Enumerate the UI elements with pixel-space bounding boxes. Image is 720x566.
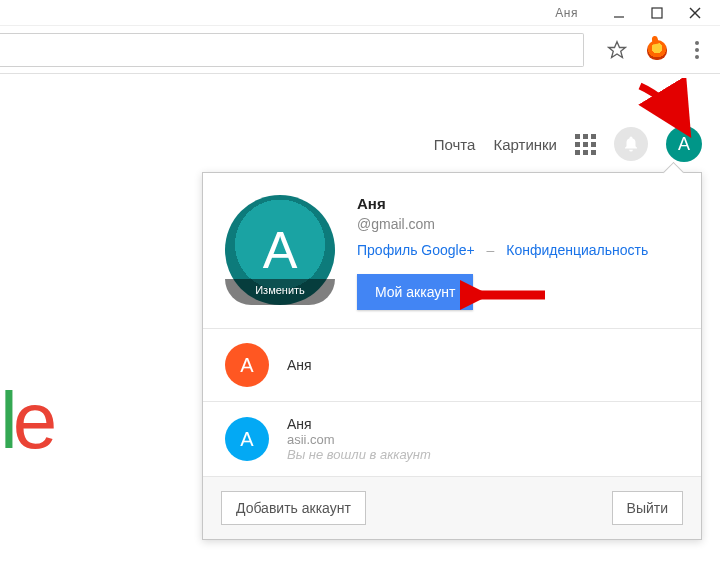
- bookmark-star-icon[interactable]: [604, 37, 630, 63]
- avatar-letter: А: [678, 134, 690, 155]
- browser-menu-icon[interactable]: [684, 37, 710, 63]
- account-links: Профиль Google+ – Конфиденциальность: [357, 242, 679, 258]
- account-avatar[interactable]: А: [666, 126, 702, 162]
- profile-avatar-large[interactable]: А Изменить: [225, 195, 335, 305]
- account-info: Аня @gmail.com Профиль Google+ – Конфиде…: [357, 195, 679, 310]
- mail-link[interactable]: Почта: [434, 136, 476, 153]
- address-bar[interactable]: [0, 33, 584, 67]
- change-avatar-label[interactable]: Изменить: [225, 279, 335, 305]
- my-account-button[interactable]: Мой аккаунт: [357, 274, 473, 310]
- account-email: @gmail.com: [357, 216, 679, 232]
- account-name: Аня: [357, 195, 679, 212]
- account-list: ААняААняasii.comВы не вошли в аккаунт: [203, 328, 701, 476]
- account-row-avatar: А: [225, 343, 269, 387]
- title-area: Аня: [4, 6, 598, 20]
- account-row-name: Аня: [287, 357, 312, 373]
- apps-icon[interactable]: [575, 134, 596, 155]
- notifications-icon[interactable]: [614, 127, 648, 161]
- account-popup: А Изменить Аня @gmail.com Профиль Google…: [202, 172, 702, 540]
- svg-marker-4: [609, 41, 626, 57]
- popup-main-section: А Изменить Аня @gmail.com Профиль Google…: [203, 173, 701, 328]
- account-row-email: asii.com: [287, 432, 431, 447]
- account-row-name: Аня: [287, 416, 431, 432]
- window-title: Аня: [555, 6, 578, 20]
- close-icon[interactable]: [688, 6, 702, 20]
- maximize-icon[interactable]: [650, 6, 664, 20]
- account-row[interactable]: ААня: [203, 328, 701, 401]
- minimize-icon[interactable]: [612, 6, 626, 20]
- window-controls: [598, 6, 716, 20]
- google-plus-profile-link[interactable]: Профиль Google+: [357, 242, 475, 258]
- images-link[interactable]: Картинки: [493, 136, 557, 153]
- avatar-letter-large: А: [263, 220, 298, 280]
- popup-footer: Добавить аккаунт Выйти: [203, 476, 701, 539]
- google-nav-bar: Почта Картинки А: [434, 126, 702, 162]
- account-row-note: Вы не вошли в аккаунт: [287, 447, 431, 462]
- browser-toolbar: [0, 26, 720, 74]
- extension-icon[interactable]: [644, 37, 670, 63]
- add-account-button[interactable]: Добавить аккаунт: [221, 491, 366, 525]
- sign-out-button[interactable]: Выйти: [612, 491, 683, 525]
- window-titlebar: Аня: [0, 0, 720, 26]
- svg-rect-1: [652, 8, 662, 18]
- privacy-link[interactable]: Конфиденциальность: [506, 242, 648, 258]
- account-row-avatar: А: [225, 417, 269, 461]
- account-row[interactable]: ААняasii.comВы не вошли в аккаунт: [203, 401, 701, 476]
- google-logo-fragment: le: [0, 375, 60, 467]
